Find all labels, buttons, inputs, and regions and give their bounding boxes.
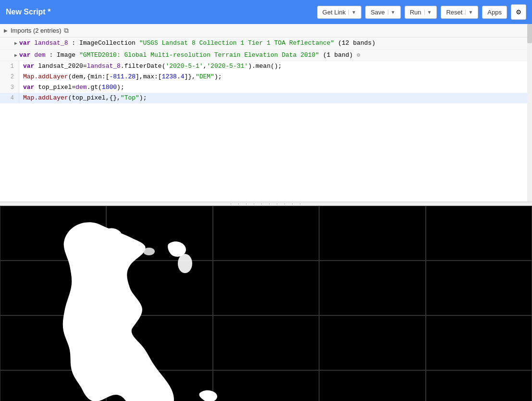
line-content-1[interactable]: var landsat_2020=landsat_8.filterDate('2… [19,61,282,72]
apps-button[interactable]: Apps [482,6,507,19]
editor-area: ▶ Imports (2 entries) ⧉ ▶ var landsat_8 … [0,24,532,202]
reset-button[interactable]: Reset ▼ [441,6,478,19]
import-toggle-1[interactable]: ▶ [14,40,17,47]
settings-button[interactable]: ⚙ [511,4,526,20]
imports-label: Imports (2 entries) [11,27,61,34]
code-line-2: 2 Map.addLayer(dem,{min:[-811.28],max:[1… [0,72,532,82]
layer-settings-icon[interactable]: ⚙ [357,52,360,59]
code-line-1: 1 var landsat_2020=landsat_8.filterDate(… [0,61,532,72]
code-line-4: 4 Map.addLayer(top_pixel,{},"Top"); [0,93,532,103]
get-link-button[interactable]: Get Link ▼ [317,6,361,19]
line-content-3[interactable]: var top_pixel=dem.gt(1800); [19,82,124,93]
editor-scrollbar[interactable] [527,24,532,201]
code-line-3: 3 var top_pixel=dem.gt(1800); [0,82,532,93]
save-arrow[interactable]: ▼ [388,10,396,15]
get-link-label: Get Link [322,9,346,16]
line-number-3: 3 [0,82,19,93]
run-arrow[interactable]: ▼ [424,10,432,15]
imports-toggle[interactable]: ▶ [4,28,8,33]
svg-point-0 [178,254,192,273]
apps-label: Apps [487,9,502,16]
imports-bar: ▶ Imports (2 entries) ⧉ [0,24,532,38]
map-view[interactable]: https://blog.csdn.net/zhebushibiaoshifu [0,206,532,401]
reset-arrow[interactable]: ▼ [465,10,473,15]
import-item-1: ▶ var landsat_8 : ImageCollection "USGS … [0,38,532,50]
scrollbar-thumb[interactable] [527,24,532,43]
resize-handle[interactable]: · · · · · · · · · · [0,202,532,206]
line-number-2: 2 [0,72,19,82]
reset-label: Reset [446,9,462,16]
run-button[interactable]: Run ▼ [405,6,437,19]
map-data-layer [0,206,532,401]
line-content-2[interactable]: Map.addLayer(dem,{min:[-811.28],max:[123… [19,72,222,82]
save-label: Save [371,9,385,16]
line-number-4: 4 [0,93,19,103]
get-link-arrow[interactable]: ▼ [348,10,356,15]
code-editor[interactable]: 1 var landsat_2020=landsat_8.filterDate(… [0,61,532,201]
line-number-1: 1 [0,61,19,72]
script-title: New Script * [6,8,313,16]
save-button[interactable]: Save ▼ [365,6,401,19]
run-label: Run [410,9,421,16]
import-toggle-2[interactable]: ▶ [14,52,17,59]
copy-icon[interactable]: ⧉ [64,26,69,35]
line-content-4[interactable]: Map.addLayer(top_pixel,{},"Top"); [19,93,147,103]
import-item-2: ▶ var dem : Image "GMTED2010: Global Mul… [0,50,532,62]
svg-point-1 [143,248,155,255]
header-bar: New Script * Get Link ▼ Save ▼ Run ▼ Res… [0,0,532,24]
